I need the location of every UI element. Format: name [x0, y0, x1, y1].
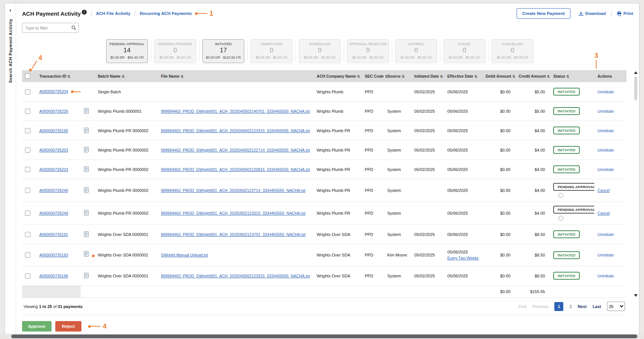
status-card-scheduled[interactable]: SCHEDULED0$0.00 DR$0.00 CR: [299, 39, 341, 63]
vertical-scroll-thumb[interactable]: [634, 77, 637, 100]
transaction-id-link[interactable]: A000000735193: [39, 253, 68, 257]
search-icon[interactable]: [71, 25, 76, 30]
file-document-icon[interactable]: [84, 166, 89, 172]
status-badge: INITIATED: [553, 230, 580, 238]
approval-radio-button[interactable]: [558, 193, 563, 198]
status-card-cancelled[interactable]: CANCELLED0$0.00 DR$0.00 CR: [492, 39, 533, 63]
pagination-next[interactable]: Next: [578, 304, 587, 309]
recurring-ach-payments-link[interactable]: Recurring ACH Payments: [140, 11, 192, 16]
transaction-id-link[interactable]: A000000735249: [39, 211, 68, 215]
sort-icon[interactable]: ⇅: [402, 75, 405, 78]
file-name-link[interactable]: 999994463_PROD_GWright001_ACH_2025040502…: [161, 128, 310, 133]
row-checkbox[interactable]: [25, 211, 30, 216]
transaction-id-link[interactable]: A000000735203: [39, 148, 68, 152]
file-name-link[interactable]: 999994463_PROD_GWright001_ACH_2025050212…: [161, 211, 306, 215]
card-debit: $0.00 DR: [160, 56, 174, 59]
expand-rail-chevron-icon[interactable]: ›: [9, 7, 11, 13]
action-link-uninitiate[interactable]: Uninitiate: [597, 109, 614, 113]
action-link-uninitiate[interactable]: Uninitiate: [597, 148, 614, 152]
transaction-id-link[interactable]: A000000735191: [39, 232, 68, 237]
create-new-payment-button[interactable]: Create New Payment: [517, 8, 570, 19]
row-checkbox[interactable]: [25, 89, 30, 94]
row-checkbox[interactable]: [25, 188, 30, 193]
download-link[interactable]: Download: [579, 11, 606, 16]
sort-icon[interactable]: ⇅: [474, 75, 477, 78]
file-name-link[interactable]: 999994463_PROD_GWright001_ACH_2025040502…: [161, 109, 310, 113]
sort-icon[interactable]: ⇅: [357, 75, 360, 78]
print-link[interactable]: Print: [617, 11, 633, 16]
action-link-uninitiate[interactable]: Uninitiate: [597, 232, 614, 237]
recurring-schedule-link[interactable]: Every Two Weeks: [448, 256, 480, 260]
file-document-icon[interactable]: [84, 251, 89, 257]
print-label: Print: [623, 11, 633, 16]
row-checkbox[interactable]: [25, 167, 30, 172]
row-checkbox[interactable]: [25, 232, 30, 237]
row-checkbox[interactable]: [25, 109, 30, 114]
action-link-uninitiate[interactable]: Uninitiate: [597, 90, 614, 94]
scroll-up-icon[interactable]: [634, 71, 638, 74]
status-card-pending-approval[interactable]: PENDING APPROVAL14$0.00 DR$82.40 CR: [106, 39, 148, 63]
pagination-page-2[interactable]: 2: [569, 304, 572, 309]
file-document-icon[interactable]: [84, 147, 89, 153]
sort-icon[interactable]: ⇅: [512, 75, 515, 78]
transaction-id-link[interactable]: A000000735195: [39, 128, 68, 133]
transaction-id-link[interactable]: A000000735204: [39, 89, 68, 94]
row-checkbox[interactable]: [25, 147, 30, 153]
file-document-icon[interactable]: [84, 231, 89, 237]
sort-icon[interactable]: ⇅: [68, 75, 71, 78]
row-checkbox[interactable]: [25, 252, 30, 258]
file-document-icon[interactable]: [84, 127, 89, 133]
filter-input[interactable]: [22, 23, 79, 33]
status-card-initiated[interactable]: INITIATED17$0.00 DR$115.55 CR: [202, 39, 244, 63]
sort-icon[interactable]: ⇅: [547, 75, 550, 78]
transaction-id-link[interactable]: A000000735233: [39, 167, 68, 172]
vertical-scrollbar[interactable]: [633, 71, 638, 298]
pagination-previous[interactable]: Previous: [533, 304, 549, 309]
action-link-cancel[interactable]: Cancel: [597, 188, 610, 193]
approval-radio-button[interactable]: [558, 216, 563, 221]
pagination-page-1[interactable]: 1: [554, 302, 563, 311]
sort-icon[interactable]: ⇅: [122, 75, 125, 78]
action-link-uninitiate[interactable]: Uninitiate: [597, 274, 614, 278]
status-card-uninitiated[interactable]: UNINITIATED0$0.00 DR$0.00 CR: [251, 39, 292, 63]
transaction-id-link[interactable]: A000000735196: [39, 274, 68, 278]
file-name-link[interactable]: 999994463_PROD_GWright001_ACH_2025040502…: [161, 274, 310, 278]
action-link-cancel[interactable]: Cancel: [597, 211, 610, 215]
file-document-icon[interactable]: [84, 108, 89, 114]
ach-file-activity-link[interactable]: ACH File Activity: [96, 11, 130, 16]
select-all-checkbox[interactable]: [25, 74, 30, 79]
status-card-failed[interactable]: FAILED0$0.00 DR$0.00 CR: [443, 39, 485, 63]
page-size-select[interactable]: 25: [607, 302, 625, 311]
action-link-uninitiate[interactable]: Uninitiate: [597, 253, 614, 257]
status-card-pending-process[interactable]: PENDING PROCESS0$0.00 DR$0.00 CR: [154, 39, 196, 63]
file-name-link[interactable]: 999994463_PROD_GWright001_ACH_2025040502…: [161, 167, 310, 172]
info-icon[interactable]: i: [82, 10, 87, 15]
scroll-down-icon[interactable]: [634, 294, 638, 297]
file-document-icon[interactable]: [84, 187, 89, 193]
file-document-icon[interactable]: [84, 273, 89, 279]
file-name-link[interactable]: 999994463_PROD_GWright001_ACH_2025050212…: [161, 188, 306, 193]
sort-icon[interactable]: ⇅: [180, 75, 183, 78]
file-document-icon[interactable]: [84, 210, 89, 216]
download-icon: [579, 11, 583, 16]
pagination-first[interactable]: First: [518, 304, 526, 309]
pagination-last[interactable]: Last: [592, 304, 601, 309]
transaction-id-link[interactable]: A000000735226: [39, 109, 68, 113]
row-checkbox[interactable]: [25, 128, 30, 133]
reject-button[interactable]: Reject: [55, 321, 82, 332]
approve-button[interactable]: Approve: [22, 321, 52, 332]
sort-icon[interactable]: ⇅: [440, 75, 443, 78]
file-name-link[interactable]: 999994463_PROD_GWright001_ACH_2025050212…: [161, 232, 306, 237]
status-card-expired[interactable]: EXPIRED0$0.00 DR$0.00 CR: [395, 39, 437, 63]
sort-icon[interactable]: ⇅: [566, 75, 569, 78]
transaction-id-link[interactable]: A000000735246: [39, 188, 68, 193]
file-name-link[interactable]: GWright Manual Upload.txt: [161, 253, 208, 257]
row-checkbox[interactable]: [25, 273, 30, 279]
horizontal-scroll-thumb[interactable]: [11, 335, 637, 338]
file-name-link[interactable]: 999994463_PROD_GWright001_ACH_2025040502…: [161, 148, 310, 152]
horizontal-scrollbar[interactable]: [0, 334, 644, 339]
card-label: CANCELLED: [493, 42, 532, 46]
status-card-approval-rejected[interactable]: APPROVAL REJECTED0$0.00 DR$0.00 CR: [347, 39, 389, 63]
action-link-uninitiate[interactable]: Uninitiate: [597, 167, 614, 172]
action-link-uninitiate[interactable]: Uninitiate: [597, 128, 614, 133]
